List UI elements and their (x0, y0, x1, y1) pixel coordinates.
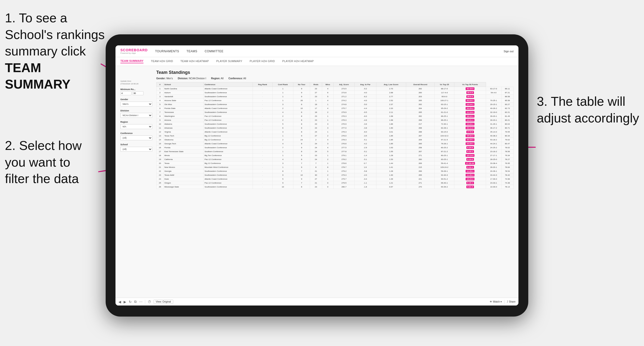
filter-conference: Conference (All) (120, 132, 152, 140)
sub-nav-team-summary[interactable]: TEAM SUMMARY (120, 59, 144, 63)
col-conference: Conference (204, 82, 253, 87)
table-row: 4Arizona StatePac-12 Conference-12614274… (156, 99, 514, 103)
nav-tournaments[interactable]: TOURNAMENTS (155, 50, 179, 53)
table-row: 12VirginiaAtlantic Coast Conference-3824… (156, 130, 514, 134)
clock-icon[interactable]: ⏱ (148, 300, 151, 304)
tablet: SCOREBOARD Powered by clippi TOURNAMENTS… (106, 34, 528, 317)
main-content: Update time: 27/03/2024 16:56:26 Minimum… (116, 66, 518, 298)
table-row: 16FloridaSoutheastern Conference-7924427… (156, 146, 514, 150)
table-row: 3VanderbiltSoutheastern Conference-19235… (156, 95, 514, 99)
tablet-screen: SCOREBOARD Powered by clippi TOURNAMENTS… (116, 45, 518, 306)
watch-button[interactable]: 👁 Watch ▾ (490, 300, 502, 303)
school-select[interactable]: (All) (120, 147, 152, 152)
col-conf-rank: Conf Rank (272, 82, 293, 87)
filter-region: Region N/A (120, 121, 152, 129)
instruction-3-line1: 3. The table will (537, 94, 625, 108)
watch-label: Watch (493, 300, 500, 303)
table-row: 13Texas TechBig 12 Conference-19272276.0… (156, 134, 514, 138)
table-row: 1North CarolinaAtlantic Coast Conference… (156, 87, 514, 91)
sub-nav-team-h2h-grid[interactable]: TEAM H2H GRID (151, 60, 173, 63)
filter-row-minmax (120, 91, 152, 95)
logo-text: SCOREBOARD (120, 48, 148, 52)
table-filters-row: Gender: Men's Division: NCAA Division I … (156, 77, 514, 80)
col-vs25: Vs Top 25 (434, 82, 454, 87)
sidebar-filters: Update time: 27/03/2024 16:56:26 Minimum… (120, 70, 152, 189)
min-rountrip-label: Minimum Ro... (120, 88, 152, 91)
back-icon[interactable]: ◀ (118, 300, 121, 304)
share-icon: ⤴ (507, 300, 508, 303)
max-input[interactable] (132, 91, 144, 95)
table-row: 7TennesseeSoutheastern Conference-461822… (156, 110, 514, 114)
table-row: 9ArizonaPac-12 Conference-28231276.3-4.6… (156, 118, 514, 122)
sub-nav-player-h2h-heatmap[interactable]: PLAYER H2H HEATMAP (282, 60, 314, 63)
table-row: 26Mississippi StateSoutheastern Conferen… (156, 185, 514, 189)
update-time: Update time: 27/03/2024 16:56:26 (120, 80, 152, 85)
watch-chevron: ▾ (500, 300, 502, 303)
share-label: Share (509, 300, 516, 303)
sub-nav-team-h2h-heatmap[interactable]: TEAM H2H HEATMAP (180, 60, 209, 63)
table-row: 24DukeAtlantic Coast Conference-59271279… (156, 177, 514, 181)
min-input[interactable] (120, 91, 132, 95)
instruction-2-line3: filter the data (5, 172, 79, 186)
instruction-2: 2. Select how you want to filter the dat… (5, 137, 82, 187)
more-icon[interactable]: ⋯ (139, 300, 142, 304)
col-overall: Overall Record (406, 82, 434, 87)
filter-min-rountrip: Minimum Ro... (120, 88, 152, 95)
table-row: 21New MexicoMountain West Conference-198… (156, 166, 514, 169)
eye-icon: 👁 (490, 300, 492, 303)
instruction-1: 1. To see a School's rankings summary cl… (5, 10, 108, 93)
table-row: 10AlabamaSoutheastern Conference-5823327… (156, 122, 514, 126)
conference-label: Conference (120, 132, 152, 135)
nav-sign-out[interactable]: Sign out (504, 50, 514, 53)
sub-nav-player-summary[interactable]: PLAYER SUMMARY (216, 60, 242, 63)
table-row: 6Florida StateAtlantic Coast Conference-… (156, 107, 514, 110)
table-row: 14OklahomaBig 12 Conference-22424278.3-5… (156, 138, 514, 142)
col-adj-score: Adj. Score (334, 82, 354, 87)
copy-icon[interactable]: ⧉ (134, 300, 136, 304)
col-reg-rank: Reg Rank (253, 82, 272, 87)
table-row: 15Georgia TechAtlantic Coast Conference-… (156, 142, 514, 146)
table-row: 17East Tennessee StateSouthern Conferenc… (156, 150, 514, 154)
nav-committee[interactable]: COMMITTEE (205, 50, 224, 53)
col-avg-low: Avg. Low Score (376, 82, 406, 87)
forward-icon[interactable]: ▶ (124, 300, 126, 304)
col-vs50-pts: Vs Top 50 Points (454, 82, 486, 87)
share-button[interactable]: ⤴ Share (507, 300, 516, 303)
table-row: 8WashingtonPac-12 Conference-28231276.3-… (156, 114, 514, 118)
content-layout: Update time: 27/03/2024 16:56:26 Minimum… (120, 70, 514, 189)
gender-select[interactable]: Men's (120, 102, 152, 107)
bottom-toolbar: ◀ ▶ ↻ ⧉ ⋯ ⏱ View: Original 👁 Watch ▾ ⤴ S… (116, 298, 518, 306)
toolbar-sep-2 (504, 300, 504, 304)
filter-gender: Gender Men's (120, 98, 152, 107)
refresh-icon[interactable]: ↻ (129, 300, 132, 304)
table-row: 20TexasBig 12 Conference-3771278.60.71.4… (156, 162, 514, 166)
table-row: 11ArkansasSoutheastern Conference-682432… (156, 126, 514, 130)
conference-filter-label: Conference: All (228, 77, 246, 80)
table-row: 2AuburnSoutheastern Conference-19276273.… (156, 91, 514, 95)
instruction-2-line2: you want to (5, 155, 70, 169)
filter-division: Division NCAA Division I (120, 109, 152, 118)
table-row: 22GeorgiaSoutheastern Conference-8721127… (156, 169, 514, 173)
instruction-3-line2: adjust accordingly (537, 111, 639, 125)
instruction-2-line1: 2. Select how (5, 138, 82, 153)
table-area: Team Standings Gender: Men's Division: N… (156, 70, 514, 189)
table-title: Team Standings (156, 70, 514, 75)
col-no-tour: No Tour (294, 82, 310, 87)
toolbar-sep-1 (145, 300, 145, 304)
table-row: 23Texas A&MSoutheastern Conference-91030… (156, 173, 514, 177)
nav-teams[interactable]: TEAMS (186, 50, 197, 53)
gender-label: Gender (120, 98, 152, 101)
sub-nav: TEAM SUMMARY TEAM H2H GRID TEAM H2H HEAT… (116, 57, 518, 66)
table-row: 18IllinoisBig Ten Conference-19231279.1-… (156, 154, 514, 158)
sub-nav-player-h2h-grid[interactable]: PLAYER H2H GRID (250, 60, 275, 63)
col-rank: # (156, 82, 164, 87)
logo-area: SCOREBOARD Powered by clippi (120, 48, 148, 54)
conference-select[interactable]: (All) (120, 136, 152, 140)
region-select[interactable]: N/A (120, 124, 152, 129)
gender-filter-label: Gender: Men's (156, 77, 173, 80)
region-label: Region (120, 121, 152, 123)
standings-table: # School Conference Reg Rank Conf Rank N… (156, 82, 514, 189)
view-original-button[interactable]: View: Original (154, 300, 173, 304)
division-select[interactable]: NCAA Division I (120, 113, 152, 118)
table-row: 19CaliforniaPac-12 Conference-48242278.2… (156, 158, 514, 162)
